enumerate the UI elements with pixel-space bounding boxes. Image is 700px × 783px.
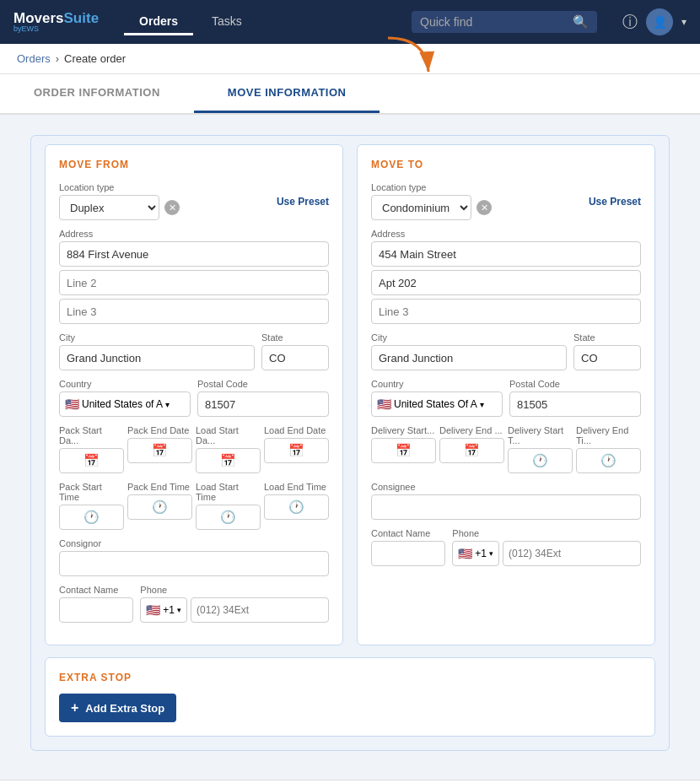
add-extra-stop-button[interactable]: + Add Extra Stop	[59, 694, 176, 722]
move-from-contact-name-input[interactable]	[59, 597, 133, 623]
avatar[interactable]: 👤	[646, 8, 673, 35]
move-from-phone-field: Phone 🇺🇸 +1 ▾	[140, 585, 329, 623]
move-from-address-line2[interactable]	[59, 270, 329, 295]
move-from-load-start-date-picker[interactable]: 📅	[196, 448, 261, 473]
move-from-address-row: Address	[59, 229, 329, 324]
move-from-phone-flag: 🇺🇸	[146, 603, 160, 617]
move-from-city-input[interactable]	[59, 345, 255, 370]
move-to-location-type-select[interactable]: Condominium House Apartment Duplex	[371, 195, 471, 220]
move-to-contact-name-input[interactable]	[371, 541, 445, 566]
calendar-icon: 📅	[152, 443, 168, 458]
move-from-pack-end-time-field: Pack End Time 🕐	[127, 482, 192, 530]
move-from-pack-end-date-picker[interactable]: 📅	[127, 438, 192, 463]
move-from-contact-name-label: Contact Name	[59, 585, 133, 595]
move-to-address-line1[interactable]	[371, 241, 641, 267]
move-to-use-preset[interactable]: Use Preset	[589, 182, 641, 208]
move-from-phone-input[interactable]	[191, 597, 329, 623]
move-from-consignor-row: Consignor	[59, 538, 329, 576]
info-icon[interactable]: ⓘ	[622, 12, 638, 32]
move-from-pack-end-time-picker[interactable]: 🕐	[127, 494, 192, 520]
move-to-delivery-start-date-picker[interactable]: 📅	[371, 438, 436, 463]
move-to-city-field: City	[371, 332, 567, 370]
extra-stop-title: EXTRA STOP	[59, 672, 641, 683]
move-to-phone-flag: 🇺🇸	[458, 547, 472, 560]
search-icon: 🔍	[573, 14, 589, 30]
move-to-dates-row: Delivery Start... 📅 Delivery End ... 📅 D…	[371, 425, 641, 473]
move-from-load-end-time-field: Load End Time 🕐	[264, 482, 329, 530]
move-to-consignee-row: Consignee	[371, 482, 641, 520]
chevron-down-icon[interactable]: ▾	[681, 16, 687, 28]
move-to-address-line2[interactable]	[371, 270, 641, 295]
move-to-location-type-section: Location type Condominium House Apartmen…	[371, 182, 589, 220]
tab-move-information[interactable]: MOVE INFORMATION	[194, 74, 380, 113]
move-from-state-label: State	[261, 332, 329, 343]
move-to-city-state-row: City State	[371, 332, 641, 370]
move-to-address-label: Address	[371, 229, 641, 239]
move-from-consignor-input[interactable]	[59, 551, 329, 576]
move-from-location-type-label: Location type	[59, 182, 277, 192]
move-from-city-state-row: City State	[59, 332, 329, 370]
move-to-location-clear-btn[interactable]: ✕	[477, 200, 492, 215]
breadcrumb-current: Create order	[64, 52, 126, 65]
move-to-address-row: Address	[371, 229, 641, 324]
calendar-icon: 📅	[464, 443, 480, 458]
move-from-load-end-date-picker[interactable]: 📅	[264, 438, 329, 463]
move-from-postal-input[interactable]	[197, 392, 329, 417]
move-to-country-field: Country 🇺🇸 United States Of A ▾	[371, 379, 503, 417]
breadcrumb-orders-link[interactable]: Orders	[17, 52, 51, 65]
move-to-delivery-end-date-picker[interactable]: 📅	[439, 438, 504, 463]
move-from-pack-start-date-field: Pack Start Da... 📅	[59, 425, 124, 473]
move-to-phone-country-select[interactable]: 🇺🇸 +1 ▾	[452, 541, 499, 566]
move-from-load-end-time-picker[interactable]: 🕐	[264, 494, 329, 520]
logo-movers-text: Movers	[13, 11, 64, 25]
move-from-pack-start-time-picker[interactable]: 🕐	[59, 505, 124, 530]
move-to-delivery-start-time-label: Delivery Start T...	[508, 425, 573, 446]
move-to-country-postal-row: Country 🇺🇸 United States Of A ▾ Postal C…	[371, 379, 641, 417]
clock-icon: 🕐	[532, 453, 548, 468]
move-from-country-postal-row: Country 🇺🇸 United States of A ▾ Postal C…	[59, 379, 329, 417]
move-from-state-input[interactable]	[261, 345, 329, 370]
move-cards: MOVE FROM Location type Duplex House Apa…	[45, 144, 655, 645]
logo-suite-text: Suite	[64, 11, 100, 25]
clock-icon: 🕐	[600, 453, 617, 468]
move-to-postal-input[interactable]	[509, 392, 641, 417]
move-from-pack-end-date-field: Pack End Date 📅	[127, 425, 192, 473]
move-from-use-preset[interactable]: Use Preset	[277, 182, 329, 208]
move-to-country-select[interactable]: 🇺🇸 United States Of A ▾	[371, 392, 503, 417]
move-from-postal-label: Postal Code	[197, 379, 329, 389]
move-from-location-clear-btn[interactable]: ✕	[164, 200, 180, 215]
clock-icon: 🕐	[220, 510, 236, 525]
move-from-address-label: Address	[59, 229, 329, 239]
move-to-state-input[interactable]	[573, 345, 641, 370]
move-from-address-line3[interactable]	[59, 299, 329, 324]
move-from-dates-row: Pack Start Da... 📅 Pack End Date 📅 Load …	[59, 425, 329, 473]
move-to-consignee-input[interactable]	[371, 494, 641, 520]
nav-tabs: Orders Tasks	[124, 9, 257, 35]
tab-order-information[interactable]: ORDER INFORMATION	[0, 74, 194, 113]
move-from-phone-country-select[interactable]: 🇺🇸 +1 ▾	[140, 597, 187, 623]
nav-tab-orders[interactable]: Orders	[124, 9, 193, 35]
move-from-country-field: Country 🇺🇸 United States of A ▾	[59, 379, 191, 417]
move-from-load-start-time-picker[interactable]: 🕐	[196, 505, 261, 530]
move-from-pack-start-date-picker[interactable]: 📅	[59, 448, 124, 473]
breadcrumb-separator: ›	[56, 52, 59, 65]
nav-tab-tasks[interactable]: Tasks	[197, 9, 257, 35]
move-to-city-input[interactable]	[371, 345, 567, 370]
move-to-delivery-end-time-picker[interactable]: 🕐	[576, 448, 641, 473]
move-to-delivery-end-date-label: Delivery End ...	[439, 425, 504, 435]
move-from-contact-name-field: Contact Name	[59, 585, 133, 623]
move-from-location-type-select[interactable]: Duplex House Apartment Condominium	[59, 195, 159, 220]
move-to-phone-input[interactable]	[503, 541, 641, 566]
search-input[interactable]	[420, 15, 568, 29]
calendar-icon: 📅	[220, 453, 236, 468]
tabs-container: ORDER INFORMATION MOVE INFORMATION	[0, 74, 700, 115]
move-to-country-chevron: ▾	[480, 400, 484, 409]
move-to-address-line3[interactable]	[371, 299, 641, 324]
move-from-country-select[interactable]: 🇺🇸 United States of A ▾	[59, 392, 191, 417]
move-from-load-start-time-label: Load Start Time	[196, 482, 261, 502]
move-from-load-end-time-label: Load End Time	[264, 482, 329, 492]
move-to-country-flag: 🇺🇸	[377, 397, 391, 411]
move-from-address-line1[interactable]	[59, 241, 329, 267]
move-to-delivery-start-time-picker[interactable]: 🕐	[508, 448, 573, 473]
search-bar[interactable]: 🔍	[412, 11, 597, 33]
